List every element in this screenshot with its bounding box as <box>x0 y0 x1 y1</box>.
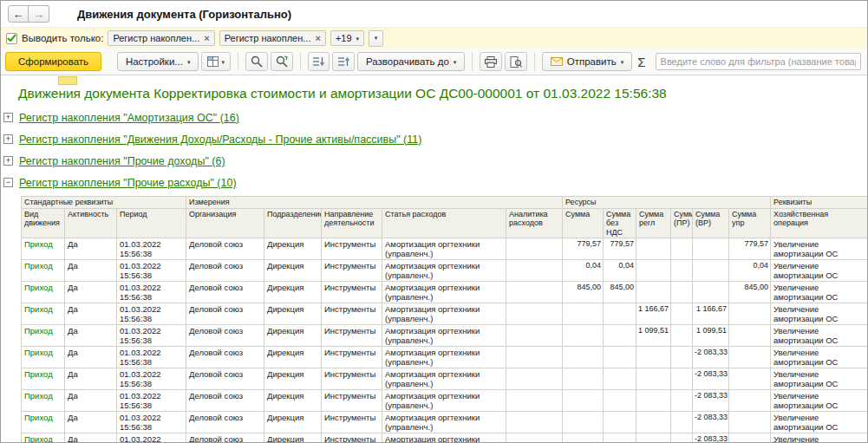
table-cell <box>729 390 771 412</box>
table-cell: Дирекция <box>264 368 322 390</box>
close-icon[interactable]: × <box>315 34 320 43</box>
chevron-down-icon: ▾ <box>454 59 457 65</box>
settings-button[interactable]: Настройки... ▾ <box>117 52 199 71</box>
page-title: Движения документа (Горизонтально) <box>77 8 291 21</box>
table-cell: Инструменты <box>322 368 382 390</box>
report-variants-button[interactable]: ▾ <box>201 52 231 71</box>
column-header: Активность <box>65 208 117 238</box>
send-button[interactable]: Отправить ▾ <box>542 52 633 71</box>
report-area: Движения документа Корректировка стоимос… <box>1 75 867 442</box>
show-only-checkbox[interactable] <box>6 33 17 44</box>
filter-chip-more[interactable]: +19 ▾ <box>330 30 364 46</box>
table-cell: Деловой союз <box>186 433 264 443</box>
printer-icon <box>485 56 497 68</box>
table-cell <box>671 347 693 368</box>
table-row[interactable]: ПриходДа01.03.2022 15:56:38Деловой союзД… <box>22 433 868 443</box>
chevron-down-icon: ▾ <box>187 59 191 65</box>
group-header-resources: Ресурсы <box>563 197 771 209</box>
filter-chip-label: +19 <box>336 33 352 43</box>
table-cell <box>506 282 563 303</box>
table-row[interactable]: ПриходДа01.03.2022 15:56:38Деловой союзД… <box>22 303 868 325</box>
table-cell: Приход <box>22 347 65 368</box>
table-cell <box>671 412 693 433</box>
column-header: Подразделение <box>264 208 322 238</box>
forward-button[interactable]: → <box>29 5 49 23</box>
close-icon[interactable]: × <box>204 34 209 43</box>
chevron-down-icon: ▾ <box>375 35 378 41</box>
table-cell: Инструменты <box>322 303 382 325</box>
group-header-dimensions: Измерения <box>186 197 563 209</box>
settings-button-label: Настройки... <box>126 56 183 67</box>
table-cell <box>671 390 693 412</box>
table-row[interactable]: ПриходДа01.03.2022 15:56:38Деловой союзД… <box>22 368 868 390</box>
movements-table: Стандартные реквизиты Измерения Ресурсы … <box>21 196 867 442</box>
expand-button[interactable]: + <box>3 156 13 166</box>
section-link-income-expense[interactable]: Регистр накопления "Движения Доходы/Расх… <box>19 134 421 146</box>
table-cell: 845,00 <box>729 282 771 303</box>
filter-chip-register-1[interactable]: Регистр накоплен... × <box>108 30 214 46</box>
table-cell: Увеличение амортизации ОС <box>771 347 867 368</box>
print-button[interactable] <box>480 52 502 71</box>
table-cell <box>604 347 636 368</box>
expand-levels-button[interactable] <box>332 52 355 71</box>
table-cell: Увеличение амортизации ОС <box>771 433 867 443</box>
register-section-other-expenses: − Регистр накопления "Прочие расходы" (1… <box>1 172 867 193</box>
section-link-amortization[interactable]: Регистр накопления "Амортизация ОС" (16) <box>19 112 239 124</box>
table-row[interactable]: ПриходДа01.03.2022 15:56:38Деловой союзД… <box>22 238 868 260</box>
column-header: Статья расходов <box>382 208 506 238</box>
table-cell <box>563 390 604 412</box>
table-cell <box>693 282 729 303</box>
generate-button[interactable]: Сформировать <box>5 52 101 71</box>
table-cell: 779,57 <box>563 238 604 260</box>
table-cell <box>693 238 729 260</box>
section-link-other-expenses[interactable]: Регистр накопления "Прочие расходы" (10) <box>19 177 237 189</box>
column-header: Сумма <box>563 208 604 238</box>
send-envelope-icon <box>551 57 563 66</box>
find-next-button[interactable] <box>271 52 293 71</box>
filter-bar: Выводить только: Регистр накоплен... × Р… <box>1 27 867 49</box>
table-cell <box>506 433 563 443</box>
table-cell: Амортизация оргтехники (управленч.) <box>382 347 506 368</box>
table-cell: Деловой союз <box>186 412 264 433</box>
table-cell: 0,04 <box>604 260 636 282</box>
table-row[interactable]: ПриходДа01.03.2022 15:56:38Деловой союзД… <box>22 390 868 412</box>
table-row[interactable]: ПриходДа01.03.2022 15:56:38Деловой союзД… <box>22 282 868 303</box>
expand-button[interactable]: + <box>3 134 13 144</box>
table-cell <box>506 390 563 412</box>
table-cell: Да <box>65 412 117 433</box>
table-row[interactable]: ПриходДа01.03.2022 15:56:38Деловой союзД… <box>22 325 868 347</box>
table-cell <box>636 433 671 443</box>
table-row[interactable]: ПриходДа01.03.2022 15:56:38Деловой союзД… <box>22 347 868 368</box>
table-cell: Да <box>65 303 117 325</box>
quick-filter-input[interactable] <box>656 53 861 70</box>
table-cell: 845,00 <box>563 282 604 303</box>
table-cell <box>563 412 604 433</box>
nav-buttons: ← → <box>8 5 49 23</box>
expand-button[interactable]: + <box>3 113 13 122</box>
filter-chip-register-2[interactable]: Регистр накоплен... × <box>219 30 326 46</box>
print-preview-button[interactable] <box>505 52 527 71</box>
table-cell <box>729 347 771 368</box>
table-cell <box>729 303 771 325</box>
table-cell: Дирекция <box>264 238 322 260</box>
table-cell: Дирекция <box>264 347 322 368</box>
section-link-other-income[interactable]: Регистр накопления "Прочие доходы" (6) <box>19 155 225 167</box>
table-cell: 0,04 <box>729 260 771 282</box>
table-cell <box>604 412 636 433</box>
table-cell: Дирекция <box>264 412 322 433</box>
table-cell <box>563 433 604 443</box>
table-cell <box>671 368 693 390</box>
table-header-row: Вид движения Активность Период Организац… <box>22 208 868 238</box>
collapse-levels-button[interactable] <box>308 52 330 71</box>
expand-to-button[interactable]: Разворачивать до ▾ <box>357 52 465 71</box>
register-section-other-income: + Регистр накопления "Прочие доходы" (6) <box>1 150 867 172</box>
find-button[interactable] <box>245 52 268 71</box>
table-row[interactable]: ПриходДа01.03.2022 15:56:38Деловой союзД… <box>22 412 868 433</box>
back-button[interactable]: ← <box>8 5 29 23</box>
filter-list-dropdown-button[interactable]: ▾ <box>369 30 383 47</box>
table-row[interactable]: ПриходДа01.03.2022 15:56:38Деловой союзД… <box>22 260 868 282</box>
toolbar-separator <box>300 53 301 70</box>
app-window: ← → Движения документа (Горизонтально) В… <box>0 0 868 443</box>
collapse-button[interactable]: − <box>3 178 13 187</box>
column-header: Сумма (ПР) <box>671 208 693 238</box>
